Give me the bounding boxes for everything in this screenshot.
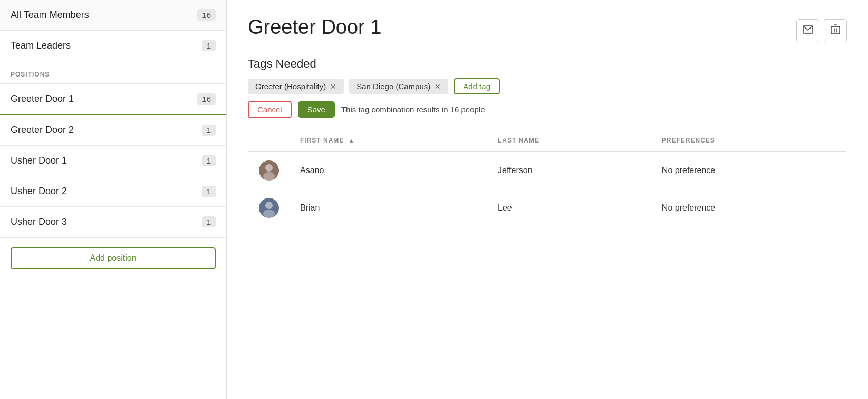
svg-point-9	[263, 210, 275, 218]
col-header-avatar	[248, 129, 290, 152]
tags-row: Greeter (Hospitality) ✕ San Diego (Campu…	[248, 78, 847, 94]
tag-close-greeter[interactable]: ✕	[330, 82, 336, 91]
avatar	[259, 160, 279, 180]
main-header: Greeter Door 1	[248, 16, 847, 42]
svg-point-6	[265, 164, 273, 172]
sidebar-item-usher-door-3[interactable]: Usher Door 3 1	[0, 207, 226, 238]
sidebar: All Team Members 16 Team Leaders 1 POSIT…	[0, 0, 227, 399]
preferences-label: PREFERENCES	[662, 137, 715, 144]
tag-chip-san-diego: San Diego (Campus) ✕	[349, 79, 448, 94]
svg-point-8	[265, 202, 273, 209]
sidebar-item-usher-door-1[interactable]: Usher Door 1 1	[0, 146, 226, 176]
tag-label-san-diego: San Diego (Campus)	[356, 82, 430, 91]
position-label-usher-door-1: Usher Door 1	[11, 155, 67, 166]
page-title: Greeter Door 1	[248, 16, 381, 39]
email-button[interactable]	[796, 19, 819, 42]
preference-cell: No preference	[651, 189, 847, 227]
tags-section: Tags Needed Greeter (Hospitality) ✕ San …	[248, 57, 847, 118]
sidebar-item-greeter-door-2[interactable]: Greeter Door 2 1	[0, 115, 226, 146]
sidebar-item-all-members[interactable]: All Team Members 16	[0, 0, 226, 31]
tag-result-text: This tag combination results in 16 peopl…	[341, 105, 485, 114]
first-name-cell: Brian	[290, 189, 487, 227]
position-badge-greeter-door-2: 1	[202, 125, 216, 136]
col-header-last-name[interactable]: LAST NAME	[487, 129, 651, 152]
position-badge-usher-door-2: 1	[202, 186, 216, 197]
delete-button[interactable]	[824, 19, 847, 42]
team-leaders-badge: 1	[202, 40, 216, 51]
sidebar-item-usher-door-2[interactable]: Usher Door 2 1	[0, 176, 226, 207]
first-name-label: FIRST NAME	[300, 137, 344, 144]
last-name-cell: Jefferson	[487, 152, 651, 189]
avatar-cell	[248, 152, 290, 189]
email-icon	[803, 25, 813, 36]
positions-header: POSITIONS	[0, 61, 226, 84]
table-row: AsanoJeffersonNo preference	[248, 152, 847, 189]
members-table: FIRST NAME ▲ LAST NAME PREFERENCES Asano…	[248, 129, 847, 227]
last-name-cell: Lee	[487, 189, 651, 227]
position-label-usher-door-2: Usher Door 2	[11, 186, 67, 197]
tag-close-san-diego[interactable]: ✕	[435, 82, 441, 91]
team-leaders-label: Team Leaders	[11, 40, 71, 51]
svg-point-7	[263, 172, 275, 180]
position-badge-greeter-door-1: 16	[197, 93, 216, 104]
save-button[interactable]: Save	[298, 101, 335, 118]
add-position-button[interactable]: Add position	[11, 247, 216, 269]
svg-rect-1	[831, 26, 840, 34]
sidebar-item-greeter-door-1[interactable]: Greeter Door 1 16	[0, 84, 226, 115]
sort-arrow-icon: ▲	[349, 137, 355, 144]
tags-actions-row: Cancel Save This tag combination results…	[248, 101, 847, 118]
avatar-cell	[248, 189, 290, 227]
position-badge-usher-door-1: 1	[202, 155, 216, 166]
cancel-button[interactable]: Cancel	[248, 101, 292, 118]
trash-icon	[831, 24, 840, 37]
position-label-usher-door-3: Usher Door 3	[11, 216, 67, 227]
all-members-label: All Team Members	[11, 10, 89, 21]
all-members-badge: 16	[197, 10, 216, 21]
main-content: Greeter Door 1	[227, 0, 868, 399]
first-name-cell: Asano	[290, 152, 487, 189]
tags-section-title: Tags Needed	[248, 57, 847, 71]
tag-chip-greeter: Greeter (Hospitality) ✕	[248, 79, 344, 94]
sidebar-item-team-leaders[interactable]: Team Leaders 1	[0, 31, 226, 61]
position-label-greeter-door-2: Greeter Door 2	[11, 125, 74, 136]
table-row: BrianLeeNo preference	[248, 189, 847, 227]
last-name-label: LAST NAME	[498, 137, 539, 144]
header-actions	[796, 19, 847, 42]
tag-label-greeter: Greeter (Hospitality)	[255, 82, 326, 91]
avatar	[259, 198, 279, 218]
position-label-greeter-door-1: Greeter Door 1	[11, 93, 74, 104]
position-badge-usher-door-3: 1	[202, 216, 216, 227]
col-header-first-name[interactable]: FIRST NAME ▲	[290, 129, 487, 152]
table-header-row: FIRST NAME ▲ LAST NAME PREFERENCES	[248, 129, 847, 152]
preference-cell: No preference	[651, 152, 847, 189]
add-tag-button[interactable]: Add tag	[454, 78, 500, 94]
col-header-preferences: PREFERENCES	[651, 129, 847, 152]
